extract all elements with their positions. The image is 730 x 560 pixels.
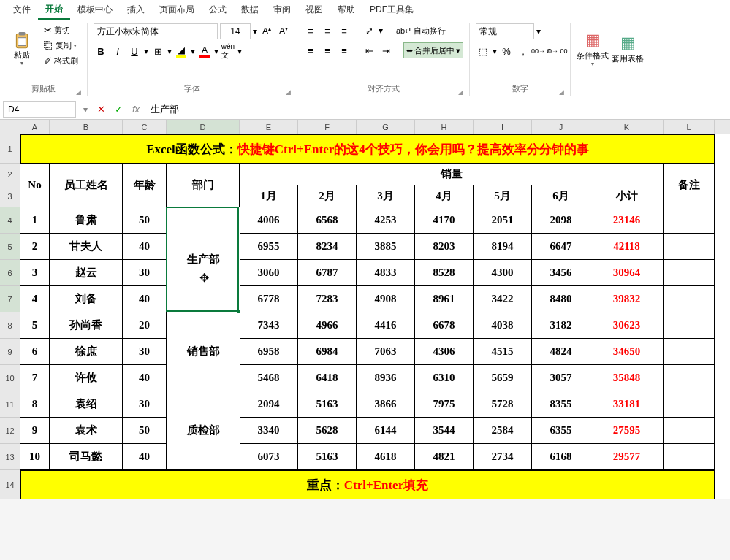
row-header-12[interactable]: 12 [0, 418, 20, 444]
header-month-2[interactable]: 2月 [298, 185, 357, 207]
clipboard-dialog-launcher[interactable]: ◢ [76, 88, 81, 96]
menu-review[interactable]: 审阅 [266, 1, 298, 19]
align-center-button[interactable]: ≡ [320, 43, 335, 58]
menu-file[interactable]: 文件 [6, 1, 38, 19]
indent-increase-button[interactable]: ⇥ [379, 43, 393, 58]
col-header-E[interactable]: E [240, 120, 298, 134]
conditional-format-button[interactable]: ▦ 条件格式▾ [577, 23, 609, 74]
menu-insert[interactable]: 插入 [120, 1, 152, 19]
font-color-button[interactable]: A [197, 44, 212, 58]
row-header-9[interactable]: 9 [0, 339, 20, 365]
header-sales[interactable]: 销量 [240, 164, 664, 185]
header-subtotal[interactable]: 小计 [590, 185, 664, 207]
phonetic-button[interactable]: wén文 [221, 44, 235, 58]
spreadsheet-grid[interactable]: ABCDEFGHIJKL 1234567891011121314 Excel函数… [0, 120, 730, 499]
menu-help[interactable]: 帮助 [330, 1, 362, 19]
header-remark[interactable]: 备注 [664, 164, 715, 207]
header-month-5[interactable]: 5月 [474, 185, 532, 207]
row-header-11[interactable]: 11 [0, 391, 20, 418]
formula-confirm-button[interactable]: ✓ [110, 101, 127, 118]
header-month-6[interactable]: 6月 [532, 185, 590, 207]
header-name[interactable]: 员工姓名 [50, 164, 123, 207]
name-box[interactable] [3, 101, 76, 118]
row-header-1[interactable]: 1 [0, 134, 20, 164]
align-right-button[interactable]: ≡ [337, 43, 351, 58]
wrap-text-button[interactable]: ab↵自动换行 [393, 24, 449, 38]
percent-button[interactable]: % [499, 44, 514, 58]
col-header-L[interactable]: L [664, 120, 715, 134]
cut-button[interactable]: ✂剪切 [41, 23, 81, 37]
menu-template[interactable]: 模板中心 [70, 1, 120, 19]
menu-pdf[interactable]: PDF工具集 [362, 1, 421, 19]
menu-home[interactable]: 开始 [38, 0, 70, 20]
decrease-decimal-button[interactable]: .0→.00 [550, 44, 564, 58]
col-header-G[interactable]: G [357, 120, 415, 134]
increase-decimal-button[interactable]: .00→.0 [533, 44, 547, 58]
format-table-button[interactable]: ▦ 套用表格 [612, 23, 644, 74]
col-header-D[interactable]: D [167, 120, 240, 134]
italic-button[interactable]: I [110, 44, 125, 58]
increase-font-button[interactable]: A▴ [259, 24, 274, 39]
dept-cell-0[interactable]: 生产部 [167, 207, 240, 312]
select-all-corner[interactable] [0, 120, 20, 134]
format-painter-button[interactable]: ✐格式刷 [41, 54, 81, 68]
col-header-B[interactable]: B [50, 120, 123, 134]
orientation-button[interactable]: ⤢ [362, 23, 376, 38]
font-dialog-launcher[interactable]: ◢ [286, 88, 291, 96]
row-header-7[interactable]: 7 [0, 286, 20, 312]
align-bottom-button[interactable]: ≡ [337, 23, 351, 38]
fx-button[interactable]: fx [127, 101, 145, 118]
row-header-2[interactable]: 2 [0, 164, 20, 185]
paste-button[interactable]: 粘贴 ▾ [6, 23, 38, 74]
menu-formula[interactable]: 公式 [202, 1, 234, 19]
col-header-C[interactable]: C [123, 120, 167, 134]
row-header-6[interactable]: 6 [0, 260, 20, 286]
align-dialog-launcher[interactable]: ◢ [458, 88, 463, 96]
header-no[interactable]: No [20, 164, 50, 207]
col-header-F[interactable]: F [298, 120, 357, 134]
merge-center-button[interactable]: ⬌合并后居中▾ [403, 42, 463, 58]
formula-cancel-button[interactable]: ✕ [92, 101, 110, 118]
row-header-10[interactable]: 10 [0, 365, 20, 391]
align-middle-button[interactable]: ≡ [320, 23, 335, 38]
col-header-H[interactable]: H [415, 120, 474, 134]
indent-decrease-button[interactable]: ⇤ [362, 43, 376, 58]
header-month-4[interactable]: 4月 [415, 185, 474, 207]
header-age[interactable]: 年龄 [123, 164, 167, 207]
font-family-select[interactable] [94, 23, 218, 39]
menu-data[interactable]: 数据 [234, 1, 266, 19]
font-size-select[interactable] [220, 23, 251, 39]
header-dept[interactable]: 部门 [167, 164, 240, 207]
cells-area[interactable]: Excel函数公式：快捷键Ctrl+Enter的这4个技巧，你会用吗？提高效率分… [20, 134, 715, 499]
col-header-J[interactable]: J [532, 120, 590, 134]
title-cell[interactable]: Excel函数公式：快捷键Ctrl+Enter的这4个技巧，你会用吗？提高效率分… [20, 134, 715, 164]
row-header-5[interactable]: 5 [0, 234, 20, 260]
header-month-1[interactable]: 1月 [240, 185, 298, 207]
col-header-I[interactable]: I [474, 120, 532, 134]
border-button[interactable]: ⊞ [151, 44, 165, 58]
row-header-13[interactable]: 13 [0, 444, 20, 470]
copy-button[interactable]: ⿻复制▾ [41, 39, 81, 53]
dept-cell-2[interactable]: 质检部 [167, 391, 240, 470]
menu-layout[interactable]: 页面布局 [152, 1, 202, 19]
row-header-8[interactable]: 8 [0, 312, 20, 339]
col-header-A[interactable]: A [20, 120, 50, 134]
bold-button[interactable]: B [94, 44, 108, 58]
menu-view[interactable]: 视图 [298, 1, 330, 19]
fill-handle[interactable] [237, 310, 241, 314]
row-header-14[interactable]: 14 [0, 470, 20, 499]
row-header-4[interactable]: 4 [0, 207, 20, 234]
formula-input[interactable] [145, 101, 730, 118]
number-format-select[interactable] [476, 23, 534, 39]
comma-button[interactable]: , [516, 44, 531, 58]
row-header-3[interactable]: 3 [0, 185, 20, 207]
dept-cell-1[interactable]: 销售部 [167, 312, 240, 391]
number-dialog-launcher[interactable]: ◢ [559, 88, 564, 96]
col-header-K[interactable]: K [590, 120, 664, 134]
header-month-3[interactable]: 3月 [357, 185, 415, 207]
align-left-button[interactable]: ≡ [303, 43, 318, 58]
footer-cell[interactable]: 重点：Ctrl+Enter填充 [20, 470, 715, 499]
underline-button[interactable]: U [127, 44, 142, 58]
decrease-font-button[interactable]: A▾ [276, 24, 291, 39]
accounting-button[interactable]: ⬚ [476, 44, 490, 58]
